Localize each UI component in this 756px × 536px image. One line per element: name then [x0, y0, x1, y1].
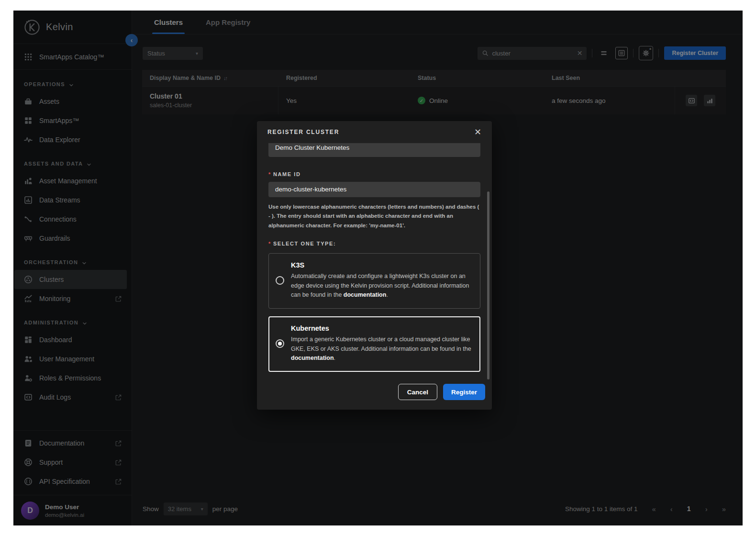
name-id-label: *NAME ID — [268, 171, 480, 177]
register-button[interactable]: Register — [443, 384, 485, 400]
modal-body: *NAME ID Use only lowercase alphanumeric… — [257, 143, 492, 378]
required-asterisk: * — [268, 241, 271, 246]
option-description: Import a generic Kubernetes cluster or a… — [291, 335, 471, 363]
modal-title: REGISTER CLUSTER — [267, 129, 339, 135]
required-asterisk: * — [268, 171, 271, 177]
documentation-link[interactable]: documentation — [344, 291, 387, 298]
modal-header: REGISTER CLUSTER ✕ — [257, 121, 492, 143]
option-title: K3S — [291, 261, 471, 269]
name-id-input[interactable] — [268, 182, 480, 197]
display-name-input[interactable] — [268, 143, 480, 157]
radio-button[interactable] — [276, 339, 284, 348]
register-cluster-modal: REGISTER CLUSTER ✕ *NAME ID Use only low… — [257, 121, 492, 410]
option-description: Automatically create and configure a lig… — [291, 272, 471, 300]
app-window: ‹ Kelvin SmartApps Catalog™ OPERATIONS A… — [13, 11, 743, 525]
type-option-k3s[interactable]: K3S Automatically create and configure a… — [268, 253, 480, 309]
type-option-kubernetes[interactable]: Kubernetes Import a generic Kubernetes c… — [268, 316, 480, 372]
modal-scrollbar[interactable] — [487, 191, 489, 380]
radio-button[interactable] — [276, 276, 284, 285]
type-select-label: *SELECT ONE TYPE: — [268, 241, 480, 246]
option-title: Kubernetes — [291, 324, 471, 332]
documentation-link[interactable]: documentation — [291, 355, 334, 361]
modal-footer: Cancel Register — [257, 378, 492, 406]
close-icon[interactable]: ✕ — [474, 128, 481, 136]
cancel-button[interactable]: Cancel — [398, 384, 437, 400]
name-id-help-text: Use only lowercase alphanumeric characte… — [268, 202, 480, 231]
